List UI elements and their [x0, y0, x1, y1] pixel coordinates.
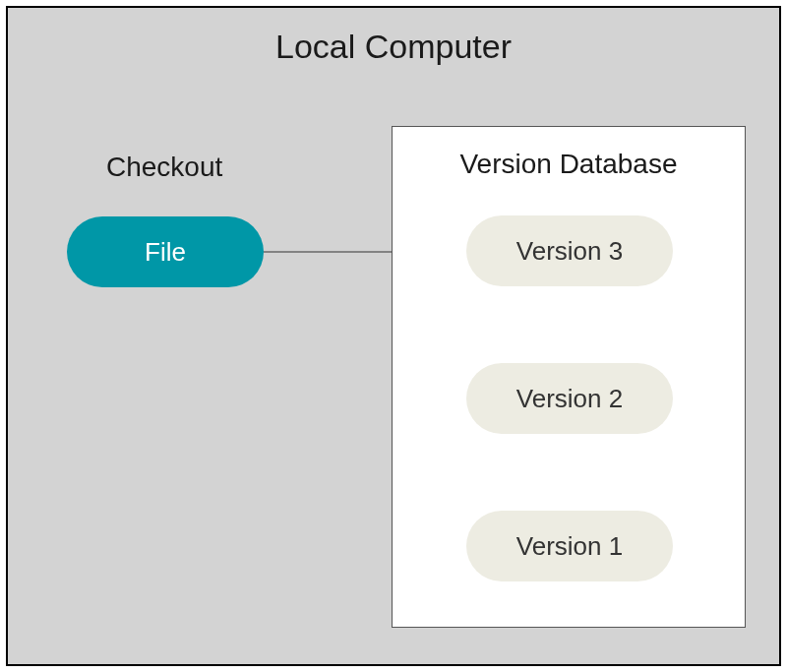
version-1-label: Version 1 — [516, 531, 623, 562]
version-3-label: Version 3 — [516, 236, 623, 267]
version-3-node: Version 3 — [466, 215, 673, 286]
file-node-label: File — [145, 237, 186, 268]
file-node: File — [67, 216, 264, 287]
diagram-title: Local Computer — [8, 28, 779, 66]
version-2-node: Version 2 — [466, 363, 673, 434]
local-computer-container: Local Computer Checkout File Version Dat… — [6, 6, 781, 666]
checkout-label: Checkout — [106, 152, 222, 183]
version-1-node: Version 1 — [466, 511, 673, 581]
version-database-container: Version Database Version 3 Version 2 Ver… — [392, 126, 746, 628]
version-2-label: Version 2 — [516, 384, 623, 414]
database-title: Version Database — [393, 149, 745, 180]
